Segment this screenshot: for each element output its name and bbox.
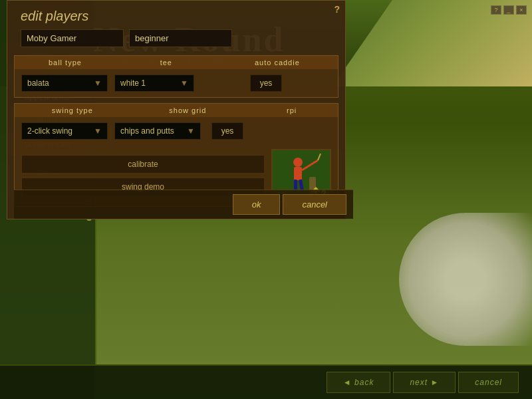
help-button[interactable]: ? [491, 5, 501, 15]
section2-header: swing type show grid rpi [15, 104, 338, 117]
tee-value: white 1 [120, 78, 146, 88]
ok-button[interactable]: ok [233, 194, 281, 215]
bottom-cancel-button[interactable]: cancel [458, 372, 519, 393]
swing-type-dropdown[interactable]: 2-click swing ▼ [21, 122, 108, 140]
ball-type-value: balata [27, 78, 49, 88]
next-button[interactable]: next ► [393, 372, 456, 393]
ball-type-dropdown[interactable]: balata ▼ [21, 74, 108, 92]
player-name-input[interactable] [21, 29, 124, 47]
col-swing-type: swing type [15, 106, 130, 114]
col-show-grid: show grid [130, 106, 246, 114]
player-fields [7, 29, 345, 47]
section-ball-tee: ball type tee auto caddie balata ▼ white… [14, 55, 338, 98]
calibrate-button[interactable]: calibrate [21, 155, 265, 174]
window-controls: ? _ × [491, 5, 527, 15]
section1-body: balata ▼ white 1 ▼ yes [15, 69, 338, 97]
player-level-input[interactable] [129, 29, 232, 47]
edit-players-dialog: ? edit players ball type tee auto caddie… [7, 0, 346, 219]
grid-arrow: ▼ [187, 126, 195, 136]
svg-rect-6 [294, 167, 302, 180]
svg-line-2 [399, 0, 452, 86]
col-tee: tee [116, 59, 217, 66]
shoe-decoration [399, 213, 532, 346]
col-rpi: rpi [245, 106, 338, 114]
dialog-help-icon[interactable]: ? [334, 4, 340, 15]
ball-type-arrow: ▼ [94, 78, 102, 88]
dialog-title: edit players [7, 1, 345, 29]
tee-dropdown[interactable]: white 1 ▼ [114, 74, 194, 92]
col-auto-caddie: auto caddie [217, 59, 338, 66]
section1-header: ball type tee auto caddie [15, 56, 338, 69]
col-ball-type: ball type [15, 59, 116, 66]
swing-type-value: 2-click swing [27, 126, 72, 136]
show-grid-dropdown[interactable]: chips and putts ▼ [114, 122, 201, 140]
svg-point-5 [293, 158, 303, 167]
tee-arrow: ▼ [180, 78, 188, 88]
back-button[interactable]: ◄ back [327, 372, 391, 393]
section2-body: 2-click swing ▼ chips and putts ▼ yes [15, 117, 338, 145]
auto-caddie-yes-button[interactable]: yes [250, 74, 283, 92]
minimize-button[interactable]: _ [503, 5, 514, 15]
dialog-footer: ok cancel [14, 190, 353, 219]
show-grid-value: chips and putts [120, 126, 174, 136]
bottom-nav-bar: ◄ back next ► cancel [0, 364, 532, 399]
swing-arrow: ▼ [94, 126, 102, 136]
cancel-button[interactable]: cancel [283, 194, 346, 215]
close-button[interactable]: × [516, 5, 527, 15]
rpi-yes-button[interactable]: yes [211, 122, 244, 140]
